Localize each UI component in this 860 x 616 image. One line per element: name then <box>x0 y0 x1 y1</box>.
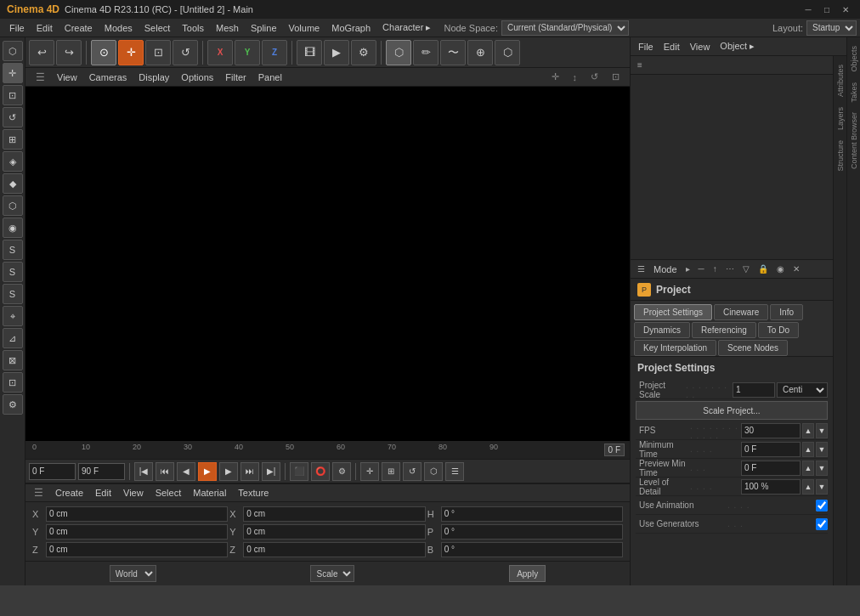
input-b[interactable] <box>441 542 623 557</box>
input-y-pos[interactable] <box>46 524 228 540</box>
motion2-btn[interactable]: ↺ <box>403 462 422 481</box>
minimize-button[interactable]: ─ <box>801 3 816 15</box>
prev-frame-btn[interactable]: ◀ <box>177 462 195 481</box>
attr-icon-4[interactable]: ▽ <box>739 263 753 275</box>
right-menu-object[interactable]: Object ▸ <box>716 39 759 54</box>
play-btn[interactable]: ▶ <box>198 462 217 481</box>
tab-view[interactable]: View <box>118 486 149 500</box>
vp-icon-1[interactable]: ✛ <box>546 70 564 84</box>
window-controls[interactable]: ─ □ ✕ <box>801 3 853 15</box>
layout-select[interactable]: Startup <box>806 20 857 36</box>
bottom-menu-toggle[interactable] <box>29 485 48 500</box>
vtab-content-browser[interactable]: Content Browser <box>848 107 860 174</box>
vp-icon-2[interactable]: ↕ <box>568 71 583 84</box>
preview-min-input[interactable] <box>741 461 801 476</box>
preview-min-spin-down[interactable]: ▼ <box>816 461 828 476</box>
menu-select[interactable]: Select <box>139 21 177 35</box>
tool-6[interactable]: ◆ <box>3 173 23 194</box>
menu-display[interactable]: Display <box>133 71 174 84</box>
menu-create[interactable]: Create <box>59 21 99 35</box>
axis-y[interactable]: Y <box>235 40 260 65</box>
viewport-motion[interactable]: 〜 <box>440 40 466 65</box>
scale-select[interactable]: Scale <box>310 565 354 582</box>
attr-hamburger[interactable]: ☰ <box>634 263 648 275</box>
fps-input[interactable] <box>741 423 801 438</box>
tab-info[interactable]: Info <box>770 304 803 320</box>
tab-cineware[interactable]: Cineware <box>714 304 768 320</box>
axis-z[interactable]: Z <box>262 40 287 65</box>
use-animation-checkbox[interactable] <box>816 500 828 511</box>
menu-character[interactable]: Character ▸ <box>376 20 437 35</box>
attr-icon-7[interactable]: ✕ <box>789 263 803 275</box>
next-key-btn[interactable]: ⏭ <box>240 462 259 481</box>
vtab-objects[interactable]: Objects <box>848 41 860 77</box>
node-space-selector[interactable]: Node Space: Current (Standard/Physical) <box>444 20 629 36</box>
scale-tool[interactable]: ⊡ <box>145 40 171 65</box>
menu-options[interactable]: Options <box>176 71 218 84</box>
input-p[interactable] <box>441 524 623 540</box>
tool-13[interactable]: ⊿ <box>3 328 23 348</box>
menu-cameras[interactable]: Cameras <box>84 71 133 84</box>
input-z-pos[interactable] <box>46 542 228 557</box>
viewport-menu-toggle[interactable] <box>31 70 50 85</box>
go-end-btn[interactable]: ▶| <box>262 462 280 481</box>
record-btn[interactable]: ⭕ <box>311 462 330 481</box>
maximize-button[interactable]: □ <box>819 3 835 15</box>
menu-volume[interactable]: Volume <box>283 21 326 35</box>
prev-key-btn[interactable]: ⏮ <box>156 462 174 481</box>
3d-viewport[interactable] <box>25 87 630 441</box>
min-time-input[interactable] <box>741 442 801 457</box>
right-menu-view[interactable]: View <box>686 40 715 54</box>
render-btn[interactable]: ▶ <box>324 40 349 65</box>
go-start-btn[interactable]: |◀ <box>134 462 153 481</box>
axis-x[interactable]: X <box>207 40 233 65</box>
render-settings[interactable]: ⚙ <box>351 40 376 65</box>
tab-referencing[interactable]: Referencing <box>692 322 756 338</box>
input-y-size[interactable] <box>243 524 425 540</box>
tab-project-settings[interactable]: Project Settings <box>634 304 712 320</box>
close-button[interactable]: ✕ <box>838 3 853 15</box>
fps-spin-down[interactable]: ▼ <box>816 423 828 438</box>
tool-move[interactable]: ✛ <box>3 63 23 83</box>
menu-edit[interactable]: Edit <box>31 21 59 35</box>
level-spin-up[interactable]: ▲ <box>802 479 814 494</box>
tool-scale[interactable]: ⊡ <box>3 85 23 105</box>
record2-btn[interactable]: ⬡ <box>424 462 443 481</box>
tab-material[interactable]: Material <box>188 486 231 500</box>
menu-file[interactable]: File <box>3 21 31 35</box>
scene-menu-1[interactable]: ≡ <box>634 59 646 71</box>
scale-project-btn[interactable]: Scale Project... <box>636 401 828 420</box>
current-frame-input[interactable] <box>29 463 76 480</box>
redo-btn[interactable]: ↪ <box>56 40 82 65</box>
attr-icon-6[interactable]: ◉ <box>773 263 788 275</box>
layout-selector[interactable]: Layout: Startup <box>772 20 857 36</box>
tab-texture[interactable]: Texture <box>233 486 274 500</box>
viewport-paint[interactable]: ✏ <box>413 40 438 65</box>
min-time-spin-down[interactable]: ▼ <box>816 442 828 457</box>
motion-btn[interactable]: ⊞ <box>382 462 400 481</box>
input-z-size[interactable] <box>243 542 425 557</box>
keyframe-mode-btn[interactable]: ✛ <box>360 462 379 481</box>
timeline-ruler[interactable]: 0 10 20 30 40 50 60 70 80 90 0 F <box>25 441 630 460</box>
undo-btn[interactable]: ↩ <box>29 40 54 65</box>
input-h[interactable] <box>441 506 623 522</box>
rotate-tool[interactable]: ↺ <box>173 40 198 65</box>
viewport-snap[interactable]: ⊕ <box>467 40 493 65</box>
world-select[interactable]: World Object <box>110 565 156 582</box>
vp-icon-3[interactable]: ↺ <box>586 70 603 84</box>
menu-filter[interactable]: Filter <box>220 71 251 84</box>
right-menu-file[interactable]: File <box>634 40 658 54</box>
tool-11[interactable]: S <box>3 284 23 304</box>
tool-15[interactable]: ⊡ <box>3 372 23 393</box>
input-x-size[interactable] <box>243 506 425 522</box>
tab-edit[interactable]: Edit <box>90 486 116 500</box>
menu-mesh[interactable]: Mesh <box>210 21 245 35</box>
attr-icon-3[interactable]: ⋯ <box>722 263 738 275</box>
menu-modes[interactable]: Modes <box>99 21 139 35</box>
tab-key-interpolation[interactable]: Key Interpolation <box>634 340 716 356</box>
project-scale-input[interactable] <box>733 382 775 398</box>
tool-8[interactable]: ◉ <box>3 218 23 238</box>
viewport-3d[interactable]: ⬡ <box>386 40 411 65</box>
apply-button[interactable]: Apply <box>509 565 546 582</box>
use-generators-checkbox[interactable] <box>816 518 828 530</box>
